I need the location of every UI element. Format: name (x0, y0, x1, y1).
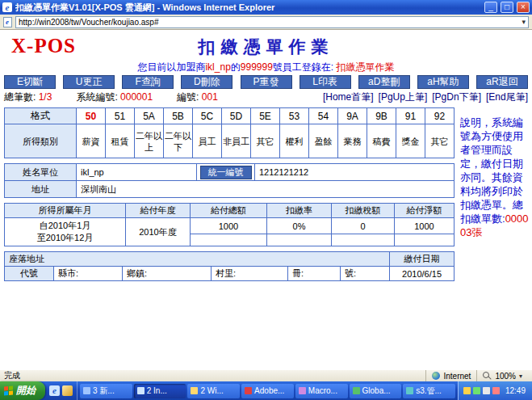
format-option-54[interactable]: 54 (309, 108, 338, 124)
tray-icon[interactable] (492, 387, 500, 394)
gross-input[interactable]: 1000 (191, 218, 267, 234)
taskbar-item-ie-group[interactable]: 2 In... (134, 384, 186, 398)
county-input[interactable]: 縣市: (54, 267, 123, 281)
record-count: 總筆數: 1/3 (4, 91, 52, 104)
format-label: 格式 (5, 108, 77, 124)
category-cell: 其它 (425, 124, 455, 158)
nav-last-record[interactable]: [End尾筆] (486, 91, 528, 104)
taskbar-item-s3[interactable]: s3.管... (403, 384, 455, 398)
address-input[interactable]: http://win2008/tw/Voucher/koujiao.asp# (15, 16, 529, 28)
uniform-number-button[interactable]: 統一編號 (200, 166, 252, 179)
category-cell: 稿費 (367, 124, 396, 158)
ie-window: 扣繳憑單作業V1.01[X-POS 雲通網] - Windows Interne… (0, 0, 532, 400)
note-text: 說明，系統編號為方便使用者管理而設定，繳付日期亦同。其餘資料均將列印於扣繳憑單。… (460, 116, 523, 225)
close-button[interactable]: × (517, 2, 530, 13)
uniform-number-input[interactable]: 1212121212 (255, 164, 455, 181)
number-input[interactable]: 號: (341, 267, 390, 281)
format-option-51[interactable]: 51 (106, 108, 135, 124)
category-cell: 二年以上 (135, 124, 164, 158)
disconnect-button[interactable]: E切斷 (4, 75, 56, 89)
empty-cell (395, 234, 455, 246)
category-cell: 業務 (338, 124, 367, 158)
period-line2: 至2010年12月 (6, 232, 124, 244)
xpos-logo: X-POS (11, 35, 76, 57)
code-label: 代號 (5, 267, 54, 281)
zone-label: Internet (443, 372, 471, 381)
pay-date-value[interactable]: 2010/6/15 (390, 267, 455, 281)
zoom-control[interactable]: 100% (476, 370, 528, 381)
nav-prev-record[interactable]: [PgUp上筆] (379, 91, 428, 104)
format-option-50[interactable]: 50 (77, 108, 106, 124)
rate-input[interactable]: 0% (267, 218, 332, 234)
format-option-9a[interactable]: 9A (338, 108, 367, 124)
minimize-button[interactable]: _ (484, 2, 497, 13)
format-option-5c[interactable]: 5C (193, 108, 222, 124)
help-button[interactable]: aH幫助 (417, 75, 469, 89)
clock: 12:49 (505, 386, 526, 395)
taskbar-item-macro[interactable]: Macro... (295, 384, 348, 398)
record-nav-row: 總筆數: 1/3 系統編號: 000001 編號: 001 [Home首筆] [… (0, 91, 532, 104)
pay-year-input[interactable]: 2010年度 (126, 218, 191, 246)
record-number: 編號: 001 (177, 91, 218, 104)
income-category-label: 所得類別 (5, 124, 77, 158)
tray-icon[interactable] (473, 387, 480, 394)
update-button[interactable]: U更正 (63, 75, 115, 89)
system-tray: 12:49 (458, 381, 532, 400)
task-label: 2 In... (147, 386, 167, 395)
record-number-value: 001 (202, 91, 218, 103)
tray-icon[interactable] (483, 387, 490, 394)
period-input[interactable]: 自2010年1月 至2010年12月 (5, 218, 126, 246)
start-button[interactable]: 開始 (0, 381, 45, 400)
maximize-button[interactable]: □ (501, 2, 513, 13)
format-option-92[interactable]: 92 (425, 108, 455, 124)
security-zone: Internet (425, 370, 476, 381)
taskbar-item-explorer-group[interactable]: 2 Wi... (187, 384, 240, 398)
format-option-9b[interactable]: 9B (367, 108, 396, 124)
delete-button[interactable]: D刪除 (181, 75, 232, 89)
empty-cell (191, 234, 267, 246)
taskbar-item-0[interactable]: 3 新... (80, 384, 132, 398)
tax-input[interactable]: 0 (332, 218, 395, 234)
nav-next-record[interactable]: [PgDn下筆] (432, 91, 481, 104)
format-option-5a[interactable]: 5A (135, 108, 164, 124)
format-option-53[interactable]: 53 (280, 108, 309, 124)
query-button[interactable]: F查詢 (122, 75, 174, 89)
format-option-5b[interactable]: 5B (164, 108, 193, 124)
income-table: 所得所屬年月 給付年度 給付總額 扣繳率 扣繳稅額 給付淨額 自2010年1月 … (4, 203, 455, 246)
address-input-field[interactable]: 深圳南山 (77, 181, 455, 198)
location-table: 座落地址 繳付日期 代號 縣市: 鄉鎮: 村里: 冊: 號: 2010/6/15 (4, 251, 455, 281)
address-bar: http://win2008/tw/Voucher/koujiao.asp# (0, 15, 532, 30)
folder-icon (191, 387, 198, 394)
book-input[interactable]: 冊: (288, 267, 341, 281)
gross-header: 給付總額 (191, 204, 267, 218)
name-input[interactable]: ikl_np (77, 164, 197, 181)
tray-icon[interactable] (463, 387, 471, 394)
taskbar-item-adobe[interactable]: Adobe... (241, 384, 294, 398)
return-button[interactable]: aR退回 (476, 75, 528, 89)
category-cell: 其它 (251, 124, 280, 158)
address-dropdown-icon[interactable] (522, 18, 526, 26)
payee-table: 姓名單位 ikl_np 統一編號 1212121212 地址 深圳南山 (4, 163, 455, 198)
net-input[interactable]: 1000 (395, 218, 455, 234)
village-input[interactable]: 村里: (212, 267, 288, 281)
taskbar-item-globa[interactable]: Globa... (350, 384, 402, 398)
quick-launch-desktop-icon[interactable] (62, 385, 73, 396)
quick-launch-ie-icon[interactable] (49, 385, 60, 396)
zoom-dropdown-icon[interactable] (519, 373, 522, 380)
internet-zone-icon (432, 372, 440, 380)
format-option-91[interactable]: 91 (396, 108, 425, 124)
window-title: 扣繳憑單作業V1.01[X-POS 雲通網] - Windows Interne… (15, 2, 481, 14)
resend-button[interactable]: P重發 (241, 75, 292, 89)
format-table: 格式 50 51 5A 5B 5C 5D 5E 53 54 9A 9B 91 9… (4, 107, 455, 158)
app-icon (353, 387, 360, 394)
period-header: 所得所屬年月 (5, 204, 126, 218)
task-label: Globa... (362, 386, 391, 395)
batch-delete-button[interactable]: aD整刪 (358, 75, 410, 89)
nav-first-record[interactable]: [Home首筆] (323, 91, 374, 104)
format-option-5e[interactable]: 5E (251, 108, 280, 124)
print-button[interactable]: L印表 (300, 75, 351, 89)
town-input[interactable]: 鄉鎮: (123, 267, 212, 281)
category-cell: 權利 (280, 124, 309, 158)
start-label: 開始 (16, 384, 36, 398)
format-option-5d[interactable]: 5D (222, 108, 251, 124)
